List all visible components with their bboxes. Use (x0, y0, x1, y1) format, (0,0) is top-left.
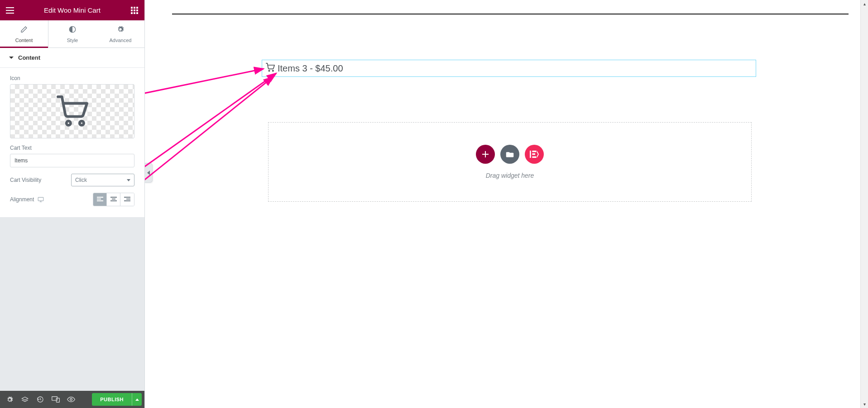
svg-rect-2 (6, 13, 14, 14)
responsive-desktop-icon[interactable] (38, 197, 44, 202)
cart-visibility-label: Cart Visibility (10, 177, 41, 183)
drop-actions (476, 145, 544, 164)
svg-rect-34 (532, 153, 535, 155)
scroll-up-icon[interactable]: ▴ (861, 0, 868, 8)
page-title: Edit Woo Mini Cart (15, 6, 129, 14)
svg-rect-33 (532, 151, 536, 152)
svg-point-14 (79, 121, 83, 125)
cart-visibility-select[interactable]: Click (71, 174, 134, 186)
align-left-button[interactable] (93, 193, 107, 206)
menu-icon[interactable] (5, 5, 15, 16)
chevron-down-icon (127, 179, 130, 181)
chevron-down-icon (9, 57, 14, 59)
svg-point-29 (273, 70, 273, 71)
sidebar-header: Edit Woo Mini Cart (0, 0, 144, 20)
add-section-button[interactable] (476, 145, 495, 164)
control-cart-text: Cart Text (10, 145, 134, 167)
drop-text: Drag widget here (486, 172, 534, 179)
mini-cart-widget[interactable]: Items 3 - $45.00 (262, 60, 756, 77)
svg-rect-35 (532, 157, 536, 158)
page-scrollbar[interactable]: ▴ ▾ (860, 0, 868, 408)
canvas: Items 3 - $45.00 (145, 0, 860, 408)
cart-text-label: Cart Text (10, 145, 134, 151)
align-center-button[interactable] (107, 193, 120, 206)
responsive-icon[interactable] (49, 393, 62, 406)
icon-picker[interactable] (10, 84, 134, 138)
section-title: Content (18, 54, 40, 61)
template-library-button[interactable] (500, 145, 519, 164)
app-root: Edit Woo Mini Cart Content St (0, 0, 868, 408)
svg-point-28 (269, 70, 269, 71)
svg-rect-1 (6, 10, 14, 11)
svg-rect-0 (6, 7, 14, 8)
svg-rect-7 (134, 9, 135, 11)
controls-area: Icon Cart Text Cart Visibility (0, 68, 144, 217)
tab-advanced-label: Advanced (110, 38, 132, 43)
tab-advanced[interactable]: Advanced (96, 20, 144, 47)
control-alignment: Alignment (10, 193, 134, 206)
tabs-bar: Content Style Advanced (0, 20, 144, 48)
history-icon[interactable] (34, 393, 47, 406)
control-cart-visibility: Cart Visibility Click (10, 174, 134, 186)
svg-rect-5 (136, 7, 138, 9)
divider-line (172, 14, 849, 14)
control-icon: Icon (10, 75, 134, 138)
gear-icon (117, 26, 124, 35)
icon-label: Icon (10, 75, 134, 81)
cart-icon (266, 63, 275, 74)
cart-text-input[interactable] (10, 154, 134, 167)
svg-rect-3 (131, 7, 133, 9)
section-content-header[interactable]: Content (0, 48, 144, 68)
svg-point-27 (70, 399, 72, 401)
svg-rect-15 (38, 197, 44, 201)
tab-style[interactable]: Style (48, 20, 96, 47)
pencil-icon (20, 26, 28, 35)
publish-more-button[interactable] (132, 393, 142, 406)
tab-content-label: Content (15, 38, 33, 43)
canvas-inner: Items 3 - $45.00 (145, 0, 860, 408)
alignment-group (93, 193, 134, 206)
tab-style-label: Style (67, 38, 78, 43)
svg-rect-4 (134, 7, 135, 9)
widgets-grid-icon[interactable] (129, 5, 140, 16)
alignment-label: Alignment (10, 196, 34, 203)
svg-rect-9 (131, 12, 133, 14)
contrast-icon (69, 26, 76, 35)
mini-cart-text: Items 3 - $45.00 (278, 63, 343, 74)
drop-zone[interactable]: Drag widget here (268, 122, 752, 202)
publish-group: PUBLISH (92, 393, 142, 406)
scroll-down-icon[interactable]: ▾ (861, 400, 868, 408)
sidebar-footer: PUBLISH (0, 391, 144, 408)
publish-button[interactable]: PUBLISH (92, 393, 132, 406)
svg-marker-36 (537, 151, 539, 158)
align-right-button[interactable] (120, 193, 134, 206)
svg-rect-11 (136, 12, 138, 14)
sidebar-spacer (0, 217, 144, 391)
svg-point-13 (66, 121, 70, 125)
preview-icon[interactable] (64, 393, 78, 406)
navigator-icon[interactable] (18, 393, 32, 406)
editor-sidebar: Edit Woo Mini Cart Content St (0, 0, 145, 408)
svg-rect-8 (136, 9, 138, 11)
section-panel: Content Icon Cart Text (0, 48, 144, 217)
cart-visibility-value: Click (75, 177, 87, 183)
settings-icon[interactable] (3, 393, 16, 406)
elementskit-button[interactable] (525, 145, 544, 164)
tab-content[interactable]: Content (0, 20, 48, 47)
svg-rect-6 (131, 9, 133, 11)
svg-rect-32 (530, 151, 531, 158)
svg-rect-10 (134, 12, 135, 14)
